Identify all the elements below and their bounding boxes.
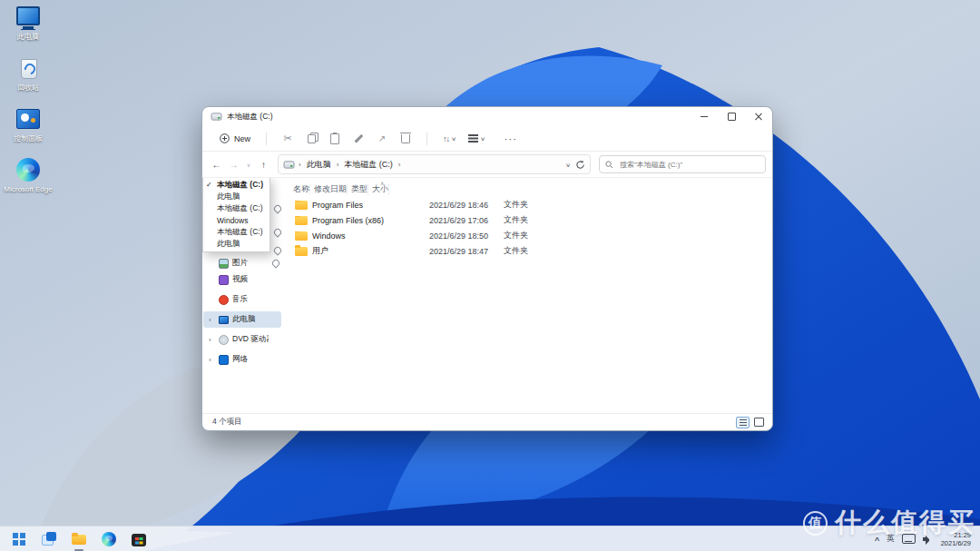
system-tray: ∧ 英 21:29 2021/6/29 bbox=[875, 531, 980, 547]
nav-item[interactable]: › 视频 bbox=[203, 271, 281, 288]
forward-button[interactable]: → bbox=[226, 157, 241, 172]
nav-item[interactable]: › DVD 驱动器 (D:) CP bbox=[203, 331, 281, 348]
breadcrumb-chevron-icon: › bbox=[299, 161, 301, 169]
address-bar: ← → ∨ ↑ › 此电脑 › 本地磁盘 (C:) › ∨ bbox=[202, 152, 772, 178]
file-date-modified: 2021/6/29 17:06 bbox=[426, 216, 500, 225]
breadcrumb[interactable]: › 此电脑 › 本地磁盘 (C:) › ∨ bbox=[278, 154, 591, 174]
toolbar-divider bbox=[426, 133, 427, 145]
desktop-icon-label: Microsoft Edge bbox=[4, 185, 52, 193]
breadcrumb-segment[interactable]: 本地磁盘 (C:) bbox=[342, 158, 395, 172]
nav-item[interactable]: › 音乐 bbox=[203, 291, 281, 308]
rename-button[interactable] bbox=[347, 133, 370, 143]
table-row[interactable]: 用户 2021/6/29 18:47 文件夹 bbox=[289, 243, 772, 259]
nav-item-icon bbox=[219, 295, 229, 305]
desktop-icon[interactable]: 此电脑 bbox=[0, 4, 56, 52]
column-header[interactable]: 大小 bbox=[368, 183, 389, 195]
hidden-icons-chevron-icon[interactable]: ∧ bbox=[873, 536, 880, 543]
desktop-icon[interactable]: 回收站 bbox=[0, 54, 56, 103]
search-input[interactable] bbox=[618, 160, 760, 170]
large-thumbnails-view-button[interactable] bbox=[752, 417, 766, 428]
address-dropdown-chevron-icon[interactable]: ∨ bbox=[565, 162, 571, 168]
breadcrumb-segment[interactable]: 此电脑 bbox=[305, 158, 333, 172]
recent-locations-button[interactable]: ∨ bbox=[243, 157, 254, 172]
new-button[interactable]: New bbox=[213, 131, 257, 146]
back-button[interactable]: ← bbox=[209, 157, 224, 172]
history-dropdown-item[interactable]: ✓ 此电脑 bbox=[203, 191, 270, 202]
desktop-icon[interactable]: Microsoft Edge bbox=[0, 156, 56, 204]
thumbnails-view-icon bbox=[754, 418, 764, 427]
clock[interactable]: 21:29 2021/6/29 bbox=[941, 531, 971, 547]
nav-item[interactable]: › 此电脑 bbox=[203, 311, 281, 328]
history-item-label: 此电脑 bbox=[217, 192, 240, 202]
column-header[interactable]: 类型 bbox=[348, 183, 368, 195]
breadcrumb-chevron-icon[interactable]: › bbox=[337, 161, 339, 169]
taskbar-button[interactable] bbox=[128, 528, 150, 550]
chevron-down-icon: ∨ bbox=[451, 135, 456, 142]
taskbar-button[interactable] bbox=[8, 528, 30, 550]
touch-keyboard-icon[interactable] bbox=[902, 534, 916, 544]
see-more-button[interactable]: ··· bbox=[505, 133, 517, 144]
paste-button[interactable] bbox=[323, 133, 347, 144]
history-dropdown-item[interactable]: ✓ Windows bbox=[203, 214, 270, 226]
view-button[interactable]: ∨ bbox=[462, 135, 491, 142]
file-type: 文件夹 bbox=[500, 230, 558, 241]
title-bar[interactable]: 本地磁盘 (C:) bbox=[202, 107, 772, 126]
taskbar-button[interactable] bbox=[98, 528, 120, 550]
share-button[interactable]: ↗ bbox=[370, 133, 394, 143]
history-item-label: 本地磁盘 (C:) bbox=[217, 227, 263, 238]
desktop-icon-grid: 此电脑 回收站 控制面板 Microsoft Edge bbox=[0, 4, 58, 207]
table-row[interactable]: Windows 2021/6/29 18:50 文件夹 bbox=[289, 228, 772, 243]
desktop-icon-image bbox=[15, 54, 42, 82]
table-row[interactable]: Program Files 2021/6/29 18:46 文件夹 bbox=[289, 197, 772, 212]
desktop-icon-image bbox=[15, 156, 42, 183]
minimize-button[interactable] bbox=[691, 107, 718, 126]
navigation-pane: ✓ 本地磁盘 (C:) ✓ 此电脑 ✓ 本地磁盘 (C:) ✓ bbox=[202, 178, 282, 413]
pin-icon bbox=[272, 203, 282, 213]
plus-circle-icon bbox=[220, 133, 230, 143]
nav-item[interactable]: › 网络 bbox=[203, 351, 281, 368]
history-item-label: 此电脑 bbox=[217, 239, 240, 250]
copy-icon bbox=[308, 134, 316, 143]
expander-chevron-icon[interactable]: › bbox=[209, 356, 215, 364]
sort-button[interactable]: ↑↓ ∨ bbox=[436, 134, 462, 143]
desktop-icon[interactable]: 控制面板 bbox=[0, 105, 56, 153]
maximize-button[interactable] bbox=[718, 107, 745, 126]
nav-item-label: 网络 bbox=[232, 354, 248, 365]
copy-button[interactable] bbox=[299, 134, 323, 143]
file-type: 文件夹 bbox=[500, 214, 558, 226]
folder-icon bbox=[295, 231, 308, 241]
details-view-button[interactable] bbox=[736, 417, 750, 428]
column-header[interactable]: 修改日期 bbox=[310, 183, 348, 195]
nav-item-icon bbox=[219, 335, 229, 345]
cut-button[interactable]: ✂ bbox=[276, 133, 299, 143]
column-header[interactable]: 名称 bbox=[289, 183, 310, 195]
file-date-modified: 2021/6/29 18:47 bbox=[426, 247, 500, 256]
desktop-icon-image bbox=[15, 4, 42, 31]
speaker-icon[interactable] bbox=[923, 535, 934, 544]
table-row[interactable]: Program Files (x86) 2021/6/29 17:06 文件夹 bbox=[289, 212, 772, 228]
history-dropdown-item[interactable]: ✓ 此电脑 bbox=[203, 238, 270, 250]
delete-button[interactable] bbox=[394, 134, 417, 143]
up-button[interactable]: ↑ bbox=[256, 157, 271, 172]
history-dropdown-item[interactable]: ✓ 本地磁盘 (C:) bbox=[203, 202, 270, 214]
taskbar-button[interactable] bbox=[68, 528, 90, 550]
search-box[interactable] bbox=[599, 155, 766, 173]
details-view-icon bbox=[740, 419, 747, 420]
file-name: 用户 bbox=[312, 245, 328, 257]
local-disk-icon bbox=[284, 161, 295, 168]
breadcrumb-chevron-icon[interactable]: › bbox=[398, 161, 401, 169]
history-dropdown-item[interactable]: ✓ 本地磁盘 (C:) bbox=[203, 179, 270, 191]
nav-item[interactable]: › 图片 bbox=[203, 255, 281, 271]
expander-chevron-icon[interactable]: › bbox=[209, 316, 215, 324]
file-name: Windows bbox=[312, 231, 346, 241]
pin-icon bbox=[272, 227, 282, 237]
expander-chevron-icon[interactable]: › bbox=[209, 336, 215, 344]
close-button[interactable] bbox=[745, 107, 772, 126]
taskbar-button[interactable] bbox=[38, 528, 60, 550]
refresh-button[interactable] bbox=[575, 160, 585, 170]
file-list-pane: ∧ 名称 修改日期 类型 大小 Program Files bbox=[282, 178, 772, 413]
history-dropdown-item[interactable]: ✓ 本地磁盘 (C:) bbox=[203, 226, 270, 238]
folder-icon bbox=[295, 247, 308, 256]
ime-language-indicator[interactable]: 英 bbox=[887, 533, 895, 545]
tray-time: 21:29 bbox=[954, 531, 971, 539]
